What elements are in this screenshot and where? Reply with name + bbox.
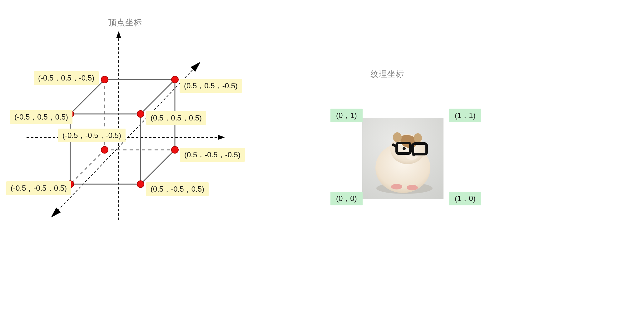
svg-point-24 xyxy=(171,146,178,153)
label-front-top-left: (-0.5，0.5，0.5) xyxy=(10,110,72,124)
svg-marker-1 xyxy=(116,31,121,38)
label-front-bot-right: (0.5，-0.5，0.5) xyxy=(146,182,209,196)
texture-image xyxy=(362,118,443,199)
texlabel-bottom-left: (0，0) xyxy=(330,192,363,205)
label-front-top-right: (0.5，0.5，0.5) xyxy=(146,111,206,125)
svg-point-19 xyxy=(101,76,108,83)
label-back-top-right: (0.5，0.5，-0.5) xyxy=(180,79,242,93)
cube-svg xyxy=(16,25,253,262)
label-back-bot-left: (-0.5，-0.5，-0.5) xyxy=(58,129,126,142)
diagram-stage: 顶点坐标 纹理坐标 xyxy=(0,0,644,309)
label-back-top-left: (-0.5，0.5，-0.5) xyxy=(34,71,99,85)
label-back-bot-right: (0.5，-0.5，-0.5) xyxy=(180,148,245,162)
svg-point-31 xyxy=(393,132,402,142)
svg-point-23 xyxy=(101,146,108,153)
svg-line-9 xyxy=(70,150,105,184)
svg-line-14 xyxy=(141,150,175,184)
texlabel-bottom-right: (1，0) xyxy=(449,192,481,205)
svg-line-13 xyxy=(141,80,175,114)
label-front-bot-left: (-0.5，-0.5，0.5) xyxy=(6,181,71,195)
svg-point-32 xyxy=(414,133,422,143)
svg-marker-3 xyxy=(218,135,225,140)
svg-point-36 xyxy=(407,185,418,190)
svg-point-20 xyxy=(171,76,178,83)
texlabel-top-left: (0，1) xyxy=(330,109,363,122)
svg-point-22 xyxy=(137,110,144,117)
texture-title: 纹理坐标 xyxy=(370,69,404,80)
texlabel-top-right: (1，1) xyxy=(449,109,481,122)
svg-point-41 xyxy=(403,147,406,150)
hamster-icon xyxy=(362,118,443,199)
svg-point-26 xyxy=(137,181,144,188)
svg-point-35 xyxy=(391,184,402,189)
